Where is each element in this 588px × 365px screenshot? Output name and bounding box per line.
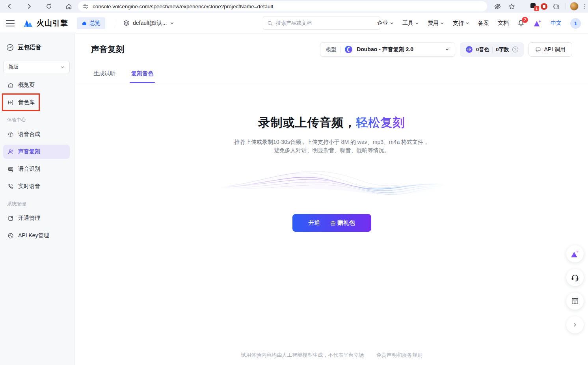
- sidebar-item-realtime-voice[interactable]: 实时语音: [3, 179, 70, 194]
- fab-docs[interactable]: [566, 292, 584, 310]
- version-select[interactable]: 新版: [3, 61, 70, 73]
- quota-icon: [465, 46, 473, 53]
- extensions-puzzle-icon[interactable]: [551, 1, 562, 12]
- model-select-label: 模型: [326, 46, 336, 53]
- sidebar-product-label: 豆包语音: [18, 44, 41, 51]
- page-footer: 试用体验内容均由人工智能模型生成，不代表平台立场 免责声明和服务规则: [75, 352, 588, 359]
- url-text: console.volcengine.com/speech/new/experi…: [93, 4, 273, 9]
- global-search[interactable]: [263, 17, 380, 30]
- chevron-down-icon: [465, 21, 469, 25]
- layers-icon: [123, 20, 130, 26]
- browser-back-icon[interactable]: [4, 1, 15, 12]
- preview-eye-off-icon[interactable]: [492, 1, 503, 12]
- sidebar-item-label: 语音识别: [18, 166, 40, 173]
- model-select-value: Doubao - 声音复刻 2.0: [357, 46, 413, 53]
- page-title: 声音复刻: [91, 44, 124, 55]
- key-icon: [7, 233, 14, 239]
- api-call-label: API 调用: [544, 46, 566, 53]
- sidebar-item-label: 音色库: [18, 99, 35, 106]
- site-info-icon[interactable]: [83, 4, 89, 9]
- browser-reload-icon[interactable]: [43, 1, 54, 12]
- sidebar: 豆包语音 新版 概览页 音色库 体验中心 语音合成 声音复刻 语音识别: [0, 34, 75, 365]
- notifications-button[interactable]: 2: [517, 20, 525, 27]
- hero-title-main: 录制或上传音频，: [259, 116, 356, 129]
- overview-button[interactable]: 总览: [77, 17, 105, 29]
- chevron-down-icon: [415, 21, 419, 25]
- browser-menu-icon[interactable]: ⋮: [582, 5, 588, 7]
- headset-icon: [571, 273, 579, 282]
- search-input[interactable]: [276, 20, 376, 26]
- sidebar-item-api-key[interactable]: API Key管理: [3, 229, 70, 243]
- sidebar-item-label: 语音合成: [18, 131, 40, 138]
- book-icon: [571, 297, 579, 305]
- browser-address-bar[interactable]: console.volcengine.com/speech/new/experi…: [78, 1, 487, 11]
- divider: [114, 19, 114, 27]
- doubao-model-icon: [344, 45, 353, 54]
- api-call-button[interactable]: API 调用: [528, 42, 572, 57]
- soundwave-graphic: [218, 166, 446, 204]
- fab-ai-assistant[interactable]: [566, 245, 584, 263]
- browser-toolbar: console.volcengine.com/speech/new/experi…: [0, 0, 588, 13]
- floating-toolbar: [566, 245, 584, 333]
- home-icon: [7, 82, 14, 88]
- browser-forward-icon[interactable]: [24, 1, 35, 12]
- home-icon: [82, 20, 87, 26]
- help-question-icon[interactable]: ?: [512, 47, 518, 52]
- nav-menu-label: 工具: [402, 20, 413, 27]
- brand-name: 火山引擎: [37, 18, 68, 28]
- sidebar-item-tts[interactable]: 语音合成: [3, 127, 70, 142]
- sidebar-item-voice-clone[interactable]: 声音复刻: [3, 145, 70, 159]
- tts-icon: [7, 131, 14, 138]
- main-content: 声音复刻 模型 Doubao - 声音复刻 2.0 0音色 0字数 ?: [75, 34, 588, 365]
- ai-assistant-button[interactable]: [533, 19, 542, 27]
- hero-title-accent: 轻松复刻: [356, 116, 405, 129]
- model-select[interactable]: 模型 Doubao - 声音复刻 2.0: [320, 42, 455, 57]
- tab-generate-preview[interactable]: 生成试听: [93, 67, 115, 83]
- nav-menu-enterprise[interactable]: 企业: [377, 20, 394, 27]
- bookmark-star-icon[interactable]: [506, 1, 517, 12]
- phone-icon: [7, 183, 14, 190]
- project-name: default(默认...: [133, 20, 167, 27]
- sidebar-item-overview[interactable]: 概览页: [3, 78, 70, 92]
- sidebar-item-asr[interactable]: 语音识别: [3, 162, 70, 176]
- project-switcher[interactable]: default(默认...: [123, 20, 174, 27]
- fab-collapse[interactable]: [566, 316, 584, 333]
- volcengine-logo-icon: [23, 19, 33, 28]
- sidebar-item-voice-library[interactable]: 音色库: [3, 95, 70, 110]
- brand-logo[interactable]: 火山引擎: [23, 18, 68, 28]
- ai-mountain-icon: [570, 250, 580, 258]
- terms-link[interactable]: 免责声明和服务规则: [376, 352, 422, 358]
- chevron-down-icon: [445, 47, 449, 52]
- language-switcher[interactable]: 中文: [551, 20, 562, 27]
- nav-menu-label: 企业: [377, 20, 388, 27]
- divider: [492, 47, 493, 53]
- activate-button[interactable]: 开通 赠礼包: [292, 214, 371, 232]
- voice-count: 0音色: [476, 46, 489, 53]
- chevron-right-icon: [573, 322, 577, 327]
- tab-bar: 生成试听 复刻音色: [75, 67, 588, 83]
- notification-badge: 2: [522, 17, 528, 23]
- browser-profile-avatar[interactable]: [570, 2, 579, 11]
- hamburger-menu-icon[interactable]: [6, 20, 15, 26]
- nav-menu-support[interactable]: 支持: [453, 20, 469, 27]
- nav-menu-label: 支持: [453, 20, 464, 27]
- user-avatar[interactable]: 1: [570, 18, 581, 29]
- sidebar-item-label: 开通管理: [18, 215, 40, 222]
- hero-desc-line1: 推荐上传或录制10-30s音频，上传支持小于 8M 的 wav、mp3、m4a …: [75, 138, 588, 146]
- nav-menu-billing[interactable]: 费用: [428, 20, 444, 27]
- nav-link-docs[interactable]: 文档: [498, 20, 509, 27]
- extension-red-icon[interactable]: [541, 3, 547, 10]
- fab-support[interactable]: [566, 269, 584, 286]
- divider: [340, 47, 341, 53]
- chevron-down-icon: [390, 21, 394, 25]
- nav-menu-tools[interactable]: 工具: [402, 20, 419, 27]
- extension-icon-badged[interactable]: 1: [530, 3, 538, 9]
- tab-clone-voice[interactable]: 复刻音色: [131, 67, 153, 83]
- nav-link-filing[interactable]: 备案: [478, 20, 489, 27]
- document-icon: [7, 215, 14, 222]
- hero-description: 推荐上传或录制10-30s音频，上传支持小于 8M 的 wav、mp3、m4a …: [75, 138, 588, 155]
- sidebar-item-label: 概览页: [18, 82, 35, 89]
- sidebar-item-activation[interactable]: 开通管理: [3, 211, 70, 225]
- browser-home-icon[interactable]: [63, 1, 74, 12]
- quota-stats: 0音色 0字数 ?: [460, 42, 523, 57]
